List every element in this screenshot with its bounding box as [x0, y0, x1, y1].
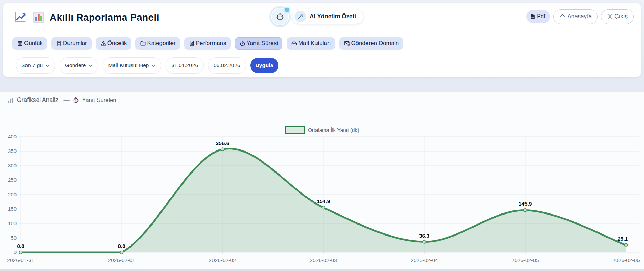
tab-label: Performans — [196, 40, 226, 47]
logout-label: Çıkış — [614, 13, 628, 20]
x-tick-label: 2026-02-06 — [612, 257, 640, 263]
data-label: 145.9 — [519, 201, 532, 207]
start-date-input[interactable]: 31.01.2026 — [166, 57, 204, 74]
center-controls: AI Yönetim Özeti — [271, 8, 363, 25]
tab-label: Gönderen Domain — [351, 40, 399, 47]
y-tick-label: 400 — [8, 134, 17, 139]
header-row: Akıllı Raporlama Paneli — [3, 7, 641, 28]
y-tick-label: 50 — [11, 235, 17, 241]
date-range-value: Son 7 gü — [21, 62, 43, 69]
robot-icon — [275, 12, 285, 21]
x-tick-label: 2026-02-04 — [411, 257, 438, 263]
mailbox-value: Mail Kutusu: Hep — [108, 62, 149, 69]
section-subtitle: Yanıt Süreleri — [82, 97, 116, 103]
filters-row: Son 7 gü Göndere Mail Kutusu: Hep 31.01.… — [16, 57, 278, 74]
tab-oncelik[interactable]: Öncelik — [96, 37, 132, 50]
legend-swatch — [285, 126, 305, 134]
tab-yanit-suresi[interactable]: Yanıt Süresi — [235, 37, 282, 50]
y-tick-label: 150 — [8, 206, 17, 212]
pdf-export-button[interactable]: PDF Pdf — [526, 10, 550, 23]
chart-legend[interactable]: Ortalama İlk Yanıt (dk) — [0, 126, 644, 134]
line-chart-logo-icon — [13, 11, 28, 24]
data-point[interactable] — [625, 243, 628, 247]
tab-mail-kutulari[interactable]: Mail Kutuları — [287, 37, 335, 50]
start-date-value: 31.01.2026 — [171, 62, 198, 69]
pdf-file-icon: PDF — [530, 13, 536, 20]
section-header: Grafiksel Analiz — Yanıt Süreleri — [0, 92, 644, 108]
home-label: Anasayfa — [567, 13, 592, 20]
tab-performans[interactable]: Performans — [184, 37, 231, 50]
data-label: 154.9 — [317, 198, 330, 204]
bookmark-star-icon — [56, 40, 62, 46]
tab-label: Durumlar — [63, 40, 87, 47]
tab-gunluk[interactable]: Günlük — [12, 37, 47, 50]
svg-text:@: @ — [347, 44, 350, 46]
response-time-chart: 0501001502002503003504002026-01-312026-0… — [0, 134, 644, 271]
y-tick-label: 350 — [8, 148, 17, 154]
ai-summary-label: AI Yönetim Özeti — [310, 13, 356, 20]
dashboard-page: { "header": { "title": "Akıllı Raporlama… — [0, 0, 644, 271]
stopwatch-icon — [239, 40, 246, 46]
x-tick-label: 2026-02-05 — [511, 257, 539, 263]
tab-label: Öncelik — [107, 40, 127, 47]
data-point[interactable] — [423, 240, 426, 243]
bar-chart-icon — [7, 97, 14, 104]
tab-label: Yanıt Süresi — [247, 40, 278, 47]
date-range-select[interactable]: Son 7 gü — [16, 57, 55, 74]
pdf-label: Pdf — [537, 13, 545, 20]
logout-button[interactable]: Çıkış — [601, 9, 634, 24]
data-point[interactable] — [120, 251, 123, 254]
tab-kategoriler[interactable]: Kategoriler — [135, 37, 180, 50]
tab-label: Mail Kutuları — [298, 40, 331, 47]
home-icon — [559, 13, 566, 20]
warning-icon — [100, 40, 106, 46]
chevron-down-icon — [151, 63, 156, 68]
brand: Akıllı Raporlama Paneli — [13, 7, 159, 28]
stopwatch-emoji-icon — [73, 97, 79, 103]
ai-summary-button[interactable]: AI Yönetim Özeti — [292, 9, 363, 24]
data-label: 0.0 — [118, 243, 125, 249]
data-point[interactable] — [524, 209, 527, 212]
right-controls: PDF Pdf Anasayfa — [526, 8, 634, 25]
end-date-input[interactable]: 06.02.2026 — [208, 57, 246, 74]
mailbox-select[interactable]: Mail Kutusu: Hep — [103, 57, 161, 74]
sender-value: Göndere — [65, 62, 86, 69]
chevron-down-icon — [88, 63, 93, 68]
end-date-value: 06.02.2026 — [214, 62, 240, 69]
section-title: Grafiksel Analiz — [17, 96, 59, 104]
ai-assistant-button[interactable] — [271, 8, 289, 25]
bar-chart-emoji-icon — [32, 11, 45, 24]
x-tick-label: 2026-02-03 — [310, 257, 337, 263]
data-label: 36.3 — [419, 233, 430, 239]
y-tick-label: 250 — [8, 177, 17, 183]
x-tick-label: 2026-02-02 — [209, 257, 236, 263]
data-label: 0.0 — [17, 243, 24, 249]
chart-section: Grafiksel Analiz — Yanıt Süreleri Ortala… — [0, 92, 644, 271]
y-tick-label: 300 — [8, 163, 17, 168]
magic-wand-icon — [294, 11, 306, 22]
tab-label: Günlük — [24, 40, 43, 47]
y-tick-label: 100 — [8, 220, 17, 226]
folder-icon — [140, 40, 146, 46]
header-card: Akıllı Raporlama Paneli — [3, 3, 641, 77]
horizontal-scrollbar[interactable] — [0, 269, 644, 271]
x-tick-label: 2026-02-01 — [108, 257, 135, 263]
apply-button[interactable]: Uygula — [250, 58, 279, 73]
tab-label: Kategoriler — [147, 40, 175, 47]
report-tabs: GünlükDurumlarÖncelikKategorilerPerforma… — [12, 37, 403, 50]
data-point[interactable] — [19, 251, 22, 254]
sender-select[interactable]: Göndere — [60, 57, 98, 74]
legend-label: Ortalama İlk Yanıt (dk) — [308, 127, 359, 133]
tab-gonderen-domain[interactable]: @Gönderen Domain — [339, 37, 403, 50]
page-title: Akıllı Raporlama Paneli — [50, 12, 159, 23]
section-separator: — — [64, 97, 70, 104]
calendar-icon — [17, 40, 23, 46]
y-tick-label: 0 — [14, 249, 17, 255]
home-button[interactable]: Anasayfa — [553, 9, 598, 24]
close-icon — [607, 13, 613, 20]
data-point[interactable] — [322, 206, 325, 209]
chevron-down-icon — [45, 63, 50, 68]
x-tick-label: 2026-01-31 — [7, 257, 34, 263]
tab-durumlar[interactable]: Durumlar — [51, 37, 92, 50]
data-point[interactable] — [221, 148, 224, 151]
